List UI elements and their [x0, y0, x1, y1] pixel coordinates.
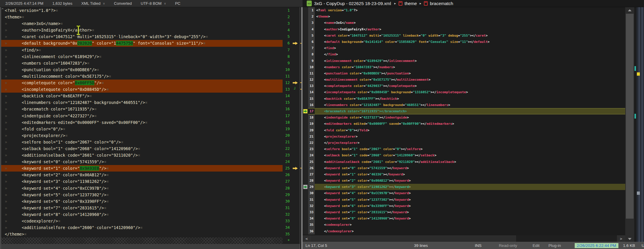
code-line[interactable]: » <default·background="0x202020"·color="… — [1, 40, 300, 46]
code-line[interactable]: 27 <keyword set="1" color="46336"></keyw… — [303, 171, 625, 178]
line-number[interactable]: 35 — [283, 231, 292, 237]
code-text[interactable]: » <keyword·set="8"·color="14120960"/>¤ — [1, 211, 283, 218]
vertical-scrollbar[interactable] — [625, 7, 634, 242]
line-number[interactable]: 33 — [308, 209, 315, 215]
code-line[interactable]: 3 <name>3xG</name> — [303, 20, 625, 26]
horizontal-scrollbar[interactable]: < > — [303, 235, 625, 242]
line-number[interactable]: 9 — [283, 60, 292, 66]
code-text[interactable]: <keyword set="1" color="46336"></keyword… — [315, 171, 625, 178]
code-text[interactable]: » <projectexplorer/>¤ — [1, 132, 283, 139]
line-number[interactable]: 14 — [283, 93, 292, 99]
line-number[interactable]: 27 — [283, 178, 292, 185]
code-line[interactable]: » <incompletequote·color="0xD8845D"/>¤13… — [1, 86, 300, 93]
code-line[interactable]: 19 <editedmarkers edited="0x0000FF" save… — [303, 121, 625, 127]
line-number[interactable]: 17 — [283, 113, 292, 119]
code-line[interactable]: 5 <caret color="1047512" multi="16525315… — [303, 32, 625, 39]
line-number[interactable]: 29 — [308, 184, 315, 190]
code-text[interactable]: » <find/>¤ — [1, 47, 283, 53]
code-text[interactable]: <?xml·version="1.0"?>¤ — [1, 7, 283, 14]
code-line[interactable]: » <keyword·set="0"·color="5741559"/>¤24 — [1, 158, 300, 165]
code-line[interactable]: » <find/>¤7 — [1, 47, 300, 53]
line-number[interactable]: 25 — [283, 165, 292, 172]
line-number[interactable]: 2 — [283, 14, 292, 20]
code-line[interactable]: 30 <keyword set="4" color="0xCC997B"></k… — [303, 190, 625, 196]
code-line[interactable]: 7 <find> — [303, 45, 625, 51]
line-number[interactable]: 5 — [308, 32, 315, 39]
fold-collapse-icon[interactable]: ^ — [1, 8, 4, 12]
code-line[interactable]: 26 <keyword set="0" color="5741559"></ke… — [303, 165, 625, 171]
code-line[interactable]: » <keyword·set="2"·color="0x00AB12"/>¤26 — [1, 172, 300, 178]
code-line[interactable]: 6 <default background="0x141414" color="… — [303, 39, 625, 45]
line-number[interactable]: 21 — [308, 133, 315, 140]
code-text[interactable]: <backtick color="0x6EA7FF"></backtick> — [315, 96, 625, 102]
code-text[interactable]: </codeexplorer> — [315, 228, 625, 234]
line-number[interactable]: 16 — [283, 106, 292, 112]
line-number[interactable]: 22 — [308, 140, 315, 146]
code-text[interactable]: » <caret·color="1047512"·multi="16525315… — [1, 33, 283, 40]
line-number[interactable]: 33 — [283, 218, 292, 224]
code-text[interactable]: » <indentguide·color="4227327"/>¤ — [1, 113, 283, 119]
code-text[interactable]: <keyword set="8" color="14120960"></keyw… — [315, 215, 625, 222]
code-text[interactable]: » <linenumbers·color="12182487"·backgrou… — [1, 99, 283, 106]
code-line[interactable]: » <author>IndigoFairyX</author>¤4 — [1, 27, 300, 33]
line-number[interactable]: 18 — [283, 119, 292, 126]
code-text[interactable]: <projectexplorer> — [315, 133, 625, 140]
line-number[interactable]: 24 — [283, 158, 292, 165]
code-line[interactable]: » <additionalselfore·code="2600"·color="… — [1, 224, 300, 231]
code-line[interactable]: 15 <backtick color="0x6EA7FF"></backtick… — [303, 96, 625, 102]
code-line[interactable]: 14 <incompletequote color="0xD8845D" bac… — [303, 89, 625, 95]
code-text[interactable]: <bracematch color="16711935"></bracematc… — [315, 108, 625, 114]
code-text[interactable]: » <keyword·set="7"·color="2831615"/>¤ — [1, 205, 283, 211]
line-number[interactable]: 3 — [283, 20, 292, 27]
code-line[interactable]: <?xml·version="1.0"?>¤1 — [1, 7, 300, 14]
code-text[interactable]: <punctuation color="0x00DBE6"></punctuat… — [315, 70, 625, 77]
line-number[interactable]: 27 — [308, 171, 315, 178]
breadcrumb-theme[interactable]: theme — [405, 1, 417, 6]
code-text[interactable]: » <author>IndigoFairyX</author>¤ — [1, 27, 283, 33]
code-text[interactable]: <incompletequote color="0xD8845D" backgr… — [315, 89, 625, 95]
line-number[interactable]: 5 — [283, 33, 292, 40]
line-number[interactable]: 14 — [308, 89, 315, 95]
code-line[interactable]: » <keyword·set="4"·color="0xCC997B"/>¤28 — [1, 185, 300, 192]
line-number[interactable]: 31 — [308, 197, 315, 203]
code-text[interactable]: <inlinecomment color="6189429"></inlinec… — [315, 58, 625, 64]
code-text[interactable]: » <fold·color="0"/>¤ — [1, 126, 283, 132]
code-line[interactable]: » <caret·color="1047512"·multi="16525315… — [1, 33, 300, 40]
code-line[interactable]: » <selfore·bool="1"·code="2067"·color="0… — [1, 139, 300, 145]
line-number[interactable]: 30 — [283, 198, 292, 205]
code-text[interactable]: » <bracematch·color="16711935"/>¤ — [1, 106, 283, 112]
code-line[interactable]: 24 <selback bool="1" code="2068" color="… — [303, 152, 625, 158]
right-editor-pane[interactable]: 1<?xml version="1.0"?>2<theme>3 <name>3x… — [303, 7, 625, 235]
line-number[interactable]: 10 — [308, 64, 315, 70]
code-text[interactable]: </projectexplorer> — [315, 140, 625, 146]
code-text[interactable]: <indentguide color="4227327"></indentgui… — [315, 114, 625, 121]
code-text[interactable]: » <keyword·set="3"·color="11981262"/>¤ — [1, 178, 283, 185]
code-text[interactable]: » <additionalselfore·code="2600"·color="… — [1, 224, 283, 231]
code-text[interactable]: </theme>¤ — [1, 231, 283, 237]
code-line[interactable]: <theme>¤2 — [1, 14, 300, 20]
line-number[interactable]: 11 — [283, 73, 292, 80]
scroll-right-button[interactable]: > — [617, 235, 625, 242]
line-number[interactable]: 13 — [308, 83, 315, 89]
code-text[interactable]: <additionalselback code="2601" color="92… — [315, 159, 625, 165]
code-text[interactable]: » <multilinecomment·color="0x5E7175"/>¤ — [1, 73, 283, 80]
file-info-item[interactable]: XML Tidied — [81, 1, 101, 6]
line-number[interactable]: 7 — [283, 47, 292, 53]
code-line[interactable]: 33 <keyword set="7" color="2831615"></ke… — [303, 209, 625, 215]
code-text[interactable]: » <incompletequote·color="0xD8845D"/>¤ — [1, 86, 283, 93]
code-line[interactable]: » <keyword·set="3"·color="11981262"/>¤27 — [1, 178, 300, 185]
code-text[interactable]: <completequote color="4429037"></complet… — [315, 83, 625, 89]
code-line[interactable]: » <punctuation·color="0x00DBE6"/>¤10 — [1, 66, 300, 73]
code-line[interactable]: » <editedmarkers·edited="0x0000FF"·saved… — [1, 119, 300, 126]
code-line[interactable]: 34 <keyword set="8" color="14120960"></k… — [303, 215, 625, 222]
line-number[interactable]: 4 — [308, 26, 315, 32]
code-line[interactable]: 1<?xml version="1.0"?> — [303, 7, 625, 13]
scroll-up-button[interactable] — [625, 7, 634, 13]
code-line[interactable]: » <inlinecomment·color="6189429"/>¤8 — [1, 53, 300, 60]
code-text[interactable]: » <selback·bool="1"·code="2068"·color="1… — [1, 145, 283, 152]
code-line[interactable]: 10 <numbers color="16047283"></numbers> — [303, 64, 625, 70]
code-line[interactable]: » <codeexplorer/>¤33 — [1, 218, 300, 224]
chevron-down-icon[interactable]: ∨ — [103, 2, 105, 5]
code-text[interactable]: » <punctuation·color="0x00DBE6"/>¤ — [1, 66, 283, 73]
line-number[interactable]: 12 — [283, 80, 292, 86]
